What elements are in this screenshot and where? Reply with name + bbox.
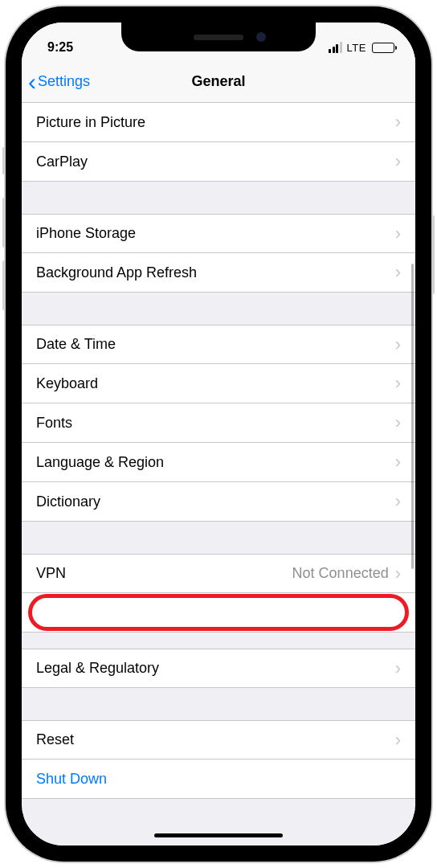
row-shut-down[interactable]: Shut Down [22, 760, 415, 799]
mute-switch [2, 147, 6, 174]
screen: 9:25 LTE ‹ Settings General Picture in P… [22, 23, 415, 845]
chevron-right-icon: › [395, 375, 401, 392]
row-date-time[interactable]: Date & Time › [22, 325, 415, 364]
group-spacer [22, 182, 415, 214]
chevron-right-icon: › [395, 414, 401, 432]
back-button[interactable]: ‹ Settings [28, 70, 90, 94]
chevron-left-icon: ‹ [28, 70, 36, 94]
row-label: Language & Region [36, 454, 395, 471]
back-label: Settings [38, 73, 90, 90]
phone-frame: 9:25 LTE ‹ Settings General Picture in P… [6, 6, 431, 862]
status-time: 9:25 [39, 40, 73, 55]
row-legal-regulatory[interactable]: Legal & Regulatory › [22, 649, 415, 688]
row-label: Background App Refresh [36, 264, 395, 281]
row-carplay[interactable]: CarPlay › [22, 142, 415, 182]
row-label: CarPlay [36, 154, 395, 170]
row-value: Not Connected [292, 565, 389, 582]
group-spacer [22, 293, 415, 325]
group-spacer [22, 799, 415, 845]
chevron-right-icon: › [395, 565, 401, 583]
volume-up-button [2, 198, 6, 248]
chevron-right-icon: › [395, 453, 401, 471]
row-background-app-refresh[interactable]: Background App Refresh › [22, 253, 415, 293]
row-reset[interactable]: Reset › [22, 720, 415, 760]
row-label: Picture in Picture [36, 114, 395, 131]
battery-icon [372, 43, 394, 53]
chevron-right-icon: › [395, 731, 401, 749]
row-label: iPhone Storage [36, 225, 395, 242]
group-spacer [22, 633, 415, 649]
row-dictionary[interactable]: Dictionary › [22, 482, 415, 522]
row-vpn[interactable]: VPN Not Connected › [22, 554, 415, 593]
chevron-right-icon: › [395, 264, 401, 281]
home-indicator[interactable] [154, 833, 283, 837]
row-label: Legal & Regulatory [36, 660, 395, 677]
chevron-right-icon: › [395, 493, 401, 510]
row-highlighted-empty[interactable] [22, 593, 415, 633]
row-fonts[interactable]: Fonts › [22, 403, 415, 443]
settings-list[interactable]: Picture in Picture › CarPlay › iPhone St… [22, 103, 415, 845]
volume-down-button [2, 260, 6, 310]
notch [121, 23, 316, 51]
chevron-right-icon: › [395, 153, 401, 170]
row-keyboard[interactable]: Keyboard › [22, 364, 415, 403]
network-label: LTE [347, 42, 366, 54]
scroll-indicator[interactable] [411, 264, 414, 569]
chevron-right-icon: › [395, 113, 401, 131]
chevron-right-icon: › [395, 660, 401, 678]
row-label: Shut Down [36, 771, 401, 788]
row-label: Date & Time [36, 336, 395, 353]
phone-bezel: 9:25 LTE ‹ Settings General Picture in P… [10, 11, 427, 857]
row-label: Keyboard [36, 375, 395, 392]
group-spacer [22, 688, 415, 720]
annotation-highlight [28, 594, 409, 631]
row-label: Reset [36, 731, 395, 748]
row-language-region[interactable]: Language & Region › [22, 443, 415, 482]
row-iphone-storage[interactable]: iPhone Storage › [22, 214, 415, 253]
row-picture-in-picture[interactable]: Picture in Picture › [22, 103, 415, 142]
row-label: Fonts [36, 415, 395, 432]
power-button [431, 215, 435, 294]
group-spacer [22, 522, 415, 554]
nav-title: General [191, 73, 245, 90]
chevron-right-icon: › [395, 225, 401, 243]
status-right: LTE [329, 42, 398, 54]
row-label: VPN [36, 565, 292, 582]
nav-bar: ‹ Settings General [22, 61, 415, 103]
cellular-bars-icon [329, 42, 342, 53]
row-label: Dictionary [36, 493, 395, 510]
chevron-right-icon: › [395, 336, 401, 354]
